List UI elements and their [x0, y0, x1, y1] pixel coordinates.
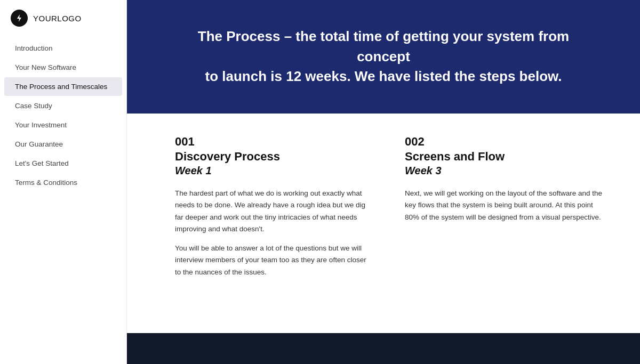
process-title-002: Screens and Flow — [405, 150, 603, 164]
process-desc-001-p1: The hardest part of what we do is workin… — [175, 188, 373, 235]
hero-line1: The Process – the total time of getting … — [198, 28, 569, 64]
nav-list: Introduction Your New Software The Proce… — [0, 38, 126, 364]
process-week-001: Week 1 — [175, 165, 373, 177]
sidebar-item-your-investment[interactable]: Your Investment — [4, 116, 122, 134]
process-number-002: 002 — [405, 135, 603, 149]
sidebar: YOURLOGO Introduction Your New Software … — [0, 0, 127, 364]
hero-line2: to launch is 12 weeks. We have listed th… — [205, 68, 562, 84]
sidebar-item-lets-get-started[interactable]: Let's Get Started — [4, 154, 122, 173]
logo-regular: LOGO — [57, 14, 81, 23]
main-content: The Process – the total time of getting … — [127, 0, 640, 364]
logo-text: YOURLOGO — [33, 14, 82, 23]
sidebar-item-your-new-software[interactable]: Your New Software — [4, 58, 122, 77]
process-col-001: 001 Discovery Process Week 1 The hardest… — [175, 135, 373, 317]
process-desc-001-p2: You will be able to answer a lot of the … — [175, 242, 373, 278]
svg-marker-0 — [17, 14, 21, 22]
hero-text: The Process – the total time of getting … — [181, 27, 586, 87]
process-desc-002-p1: Next, we will get working on the layout … — [405, 188, 603, 223]
sidebar-item-case-study[interactable]: Case Study — [4, 96, 122, 115]
logo-bold: YOUR — [33, 14, 57, 23]
process-week-002: Week 3 — [405, 165, 603, 177]
hero-banner: The Process – the total time of getting … — [127, 0, 640, 114]
process-content: 001 Discovery Process Week 1 The hardest… — [127, 114, 640, 333]
sidebar-item-introduction[interactable]: Introduction — [4, 39, 122, 58]
sidebar-item-the-process-and-timescales[interactable]: The Process and Timescales — [4, 77, 122, 96]
logo-area: YOURLOGO — [0, 0, 126, 38]
process-number-001: 001 — [175, 135, 373, 149]
process-title-001: Discovery Process — [175, 150, 373, 164]
process-col-002: 002 Screens and Flow Week 3 Next, we wil… — [405, 135, 603, 317]
footer-bar — [127, 333, 640, 364]
sidebar-item-terms-and-conditions[interactable]: Terms & Conditions — [4, 173, 122, 192]
logo-icon — [11, 10, 28, 27]
sidebar-item-our-guarantee[interactable]: Our Guarantee — [4, 135, 122, 153]
